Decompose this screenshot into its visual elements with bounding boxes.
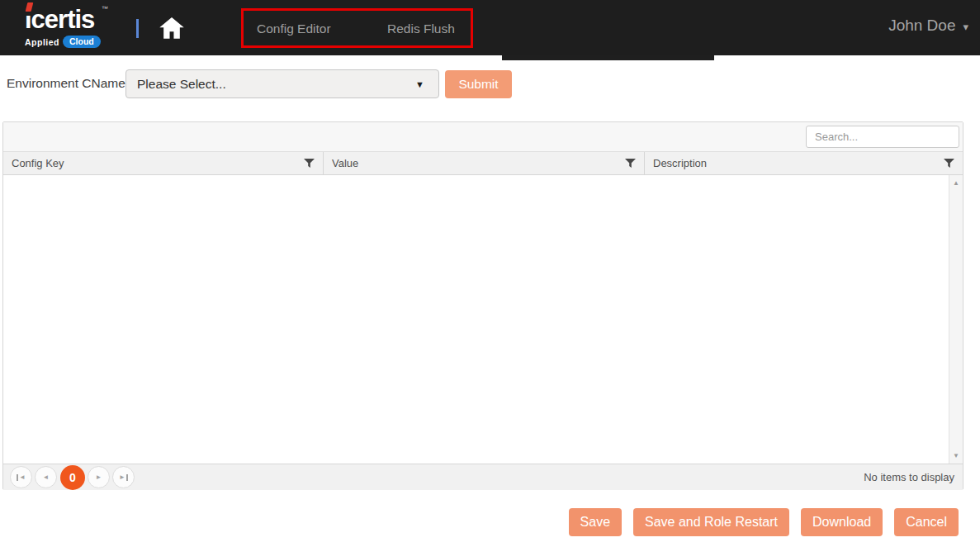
dropdown-caret-icon: ▼	[415, 79, 438, 89]
scroll-down-icon[interactable]: ▼	[949, 452, 963, 459]
app-window: icertis ™ AppliedCloud Config Editor Red…	[0, 0, 980, 547]
search-input[interactable]	[807, 131, 963, 143]
chevron-down-icon: ▾	[963, 21, 968, 33]
pager-last-button[interactable]: ►	[112, 466, 135, 488]
brand-tagline: AppliedCloud	[25, 34, 101, 49]
pager-current-page[interactable]: 0	[60, 465, 85, 490]
user-menu[interactable]: John Doe▾	[888, 17, 968, 35]
column-label: Description	[653, 157, 707, 169]
column-label: Value	[332, 157, 358, 169]
submit-button[interactable]: Submit	[445, 70, 512, 98]
first-page-arrow-icon: ◄	[19, 474, 26, 481]
environment-cname-label: Environment CName	[7, 76, 125, 91]
last-page-arrow-icon: ►	[119, 474, 125, 481]
user-name: John Doe	[888, 17, 955, 34]
save-and-role-restart-button[interactable]: Save and Role Restart	[633, 508, 789, 536]
trademark-symbol: ™	[102, 5, 108, 12]
next-page-arrow-icon: ►	[96, 474, 102, 481]
grid-header-row: Config Key Value Description	[3, 152, 963, 175]
filter-icon[interactable]	[944, 159, 954, 169]
top-navbar: icertis ™ AppliedCloud Config Editor Red…	[0, 0, 980, 55]
environment-cname-dropdown[interactable]: Please Select... ▼	[125, 69, 439, 98]
cancel-button[interactable]: Cancel	[894, 508, 959, 536]
grid-body-empty: ▲ ▼	[3, 175, 963, 464]
pager-first-button[interactable]: ◄	[10, 466, 32, 488]
tagline-cloud-badge: Cloud	[63, 36, 101, 48]
grid-toolbar	[3, 122, 963, 152]
tagline-applied: Applied	[25, 37, 59, 47]
scroll-up-icon[interactable]: ▲	[949, 179, 963, 187]
tab-redis-flush[interactable]: Redis Flush	[387, 21, 455, 36]
brand-name: icertis	[25, 5, 94, 34]
previous-page-arrow-icon: ◄	[43, 474, 50, 481]
save-button[interactable]: Save	[569, 508, 622, 536]
nav-divider	[136, 19, 139, 38]
brand-logo: icertis ™ AppliedCloud	[25, 7, 140, 51]
filter-icon[interactable]	[304, 159, 315, 169]
first-page-bar-icon	[17, 474, 18, 481]
home-icon[interactable]	[159, 17, 184, 40]
grid-search	[806, 126, 959, 148]
vertical-scrollbar[interactable]: ▲ ▼	[949, 175, 963, 464]
column-header-value: Value	[324, 152, 645, 174]
pager-next-button[interactable]: ►	[88, 466, 110, 488]
download-button[interactable]: Download	[801, 508, 883, 536]
column-label: Config Key	[12, 157, 64, 169]
navbar-shadow-strip	[502, 55, 714, 60]
footer-actions: Save Save and Role Restart Download Canc…	[569, 508, 959, 536]
last-page-bar-icon	[126, 474, 128, 481]
column-header-description: Description	[645, 152, 963, 174]
column-header-config-key: Config Key	[3, 152, 324, 174]
tab-config-editor[interactable]: Config Editor	[257, 21, 331, 36]
config-grid: Config Key Value Description ▲	[2, 121, 963, 490]
pager-status: No items to display	[864, 471, 954, 483]
pager-previous-button[interactable]: ◄	[35, 466, 57, 488]
dropdown-selected-value: Please Select...	[126, 77, 415, 92]
grid-pager: ◄ ◄ 0 ► ► No items to display	[3, 464, 963, 490]
filter-icon[interactable]	[625, 159, 636, 169]
